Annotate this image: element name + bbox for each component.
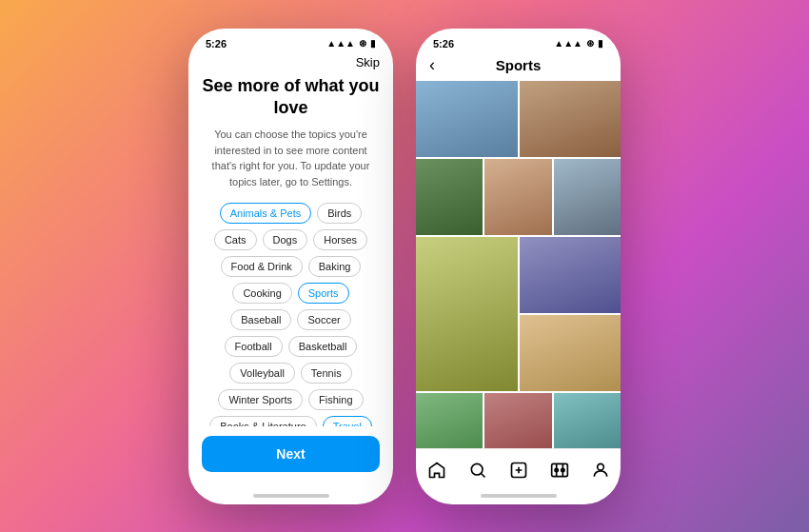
tag-fishing[interactable]: Fishing (308, 389, 363, 410)
grid-cell-7 (520, 237, 622, 313)
grid-row-4 (416, 393, 621, 448)
tag-winter-sports[interactable]: Winter Sports (218, 389, 303, 410)
tag-football[interactable]: Football (225, 336, 283, 357)
signal-icon: ▲▲▲ (326, 38, 355, 49)
tag-birds[interactable]: Birds (317, 203, 362, 224)
tag-travel[interactable]: Travel (323, 416, 372, 425)
grid-cell-10 (484, 393, 551, 448)
grid-cell-6 (416, 237, 518, 391)
phone2-title: Sports (496, 57, 542, 73)
time-1: 5:26 (206, 38, 227, 49)
svg-point-0 (471, 463, 483, 475)
tag-books---literature[interactable]: Books & Literature (209, 416, 317, 425)
phone-2: 5:26 ▲▲▲ ⊛ ▮ ‹ Sports (416, 29, 621, 504)
grid-cell-8 (520, 315, 622, 391)
tag-volleyball[interactable]: Volleyball (229, 363, 294, 384)
tag-food---drink[interactable]: Food & Drink (221, 256, 303, 277)
home-nav-icon[interactable] (424, 457, 450, 483)
time-2: 5:26 (433, 38, 454, 49)
grid-cell-9 (416, 393, 483, 448)
battery-icon: ▮ (370, 38, 376, 49)
add-nav-icon[interactable] (505, 457, 532, 483)
tag-basketball[interactable]: Basketball (288, 336, 358, 357)
wifi-icon: ⊛ (359, 38, 366, 49)
tag-baseball[interactable]: Baseball (230, 309, 291, 330)
phone2-header: ‹ Sports (416, 53, 621, 81)
grid-cell-11 (554, 393, 621, 448)
home-indicator-1 (188, 487, 393, 504)
status-bar-2: 5:26 ▲▲▲ ⊛ ▮ (416, 29, 621, 53)
tag-soccer[interactable]: Soccer (297, 309, 350, 330)
grid-cell-3 (416, 159, 483, 235)
tag-horses[interactable]: Horses (313, 229, 367, 250)
status-bar-1: 5:26 ▲▲▲ ⊛ ▮ (188, 29, 393, 53)
signal-icon-2: ▲▲▲ (554, 38, 582, 49)
reels-nav-icon[interactable] (546, 457, 573, 483)
screen-subtitle: You can choose the topics you're interes… (202, 127, 380, 189)
home-bar-2 (481, 494, 557, 498)
phone1-content: Skip See more of what you love You can c… (188, 53, 393, 426)
profile-nav-icon[interactable] (587, 457, 614, 483)
skip-button[interactable]: Skip (356, 55, 380, 69)
back-button[interactable]: ‹ (429, 55, 435, 75)
status-icons-2: ▲▲▲ ⊛ ▮ (554, 38, 603, 49)
grid-cell-1 (416, 81, 518, 157)
wifi-icon-2: ⊛ (586, 38, 594, 49)
home-bar-1 (253, 494, 329, 498)
grid-container (416, 81, 621, 448)
svg-point-10 (597, 463, 603, 470)
home-indicator-2 (416, 487, 621, 504)
grid-row-2 (416, 159, 621, 235)
next-button[interactable]: Next (202, 436, 380, 472)
tag-tennis[interactable]: Tennis (301, 363, 352, 384)
skip-row: Skip (202, 53, 380, 75)
search-nav-icon[interactable] (464, 457, 491, 483)
grid-cell-4 (484, 159, 551, 235)
status-icons-1: ▲▲▲ ⊛ ▮ (326, 38, 376, 49)
grid-row-1 (416, 81, 621, 157)
grid-cell-5 (554, 159, 621, 235)
bottom-nav (416, 448, 621, 487)
tag-sports[interactable]: Sports (298, 283, 349, 304)
tags-container: Animals & PetsBirdsCatsDogsHorsesFood & … (202, 203, 380, 425)
battery-icon-2: ▮ (598, 38, 603, 49)
phone-1: 5:26 ▲▲▲ ⊛ ▮ Skip See more of what you l… (188, 29, 393, 504)
grid-row-3 (416, 237, 621, 391)
screen-title: See more of what you love (202, 75, 380, 120)
tag-cooking[interactable]: Cooking (232, 283, 291, 304)
next-btn-container: Next (188, 426, 393, 487)
grid-cell-2 (520, 81, 622, 157)
svg-line-1 (481, 473, 484, 477)
tag-baking[interactable]: Baking (308, 256, 362, 277)
tag-cats[interactable]: Cats (214, 229, 257, 250)
tag-animals---pets[interactable]: Animals & Pets (220, 203, 312, 224)
tag-dogs[interactable]: Dogs (263, 229, 308, 250)
grid-col-1 (520, 237, 622, 391)
